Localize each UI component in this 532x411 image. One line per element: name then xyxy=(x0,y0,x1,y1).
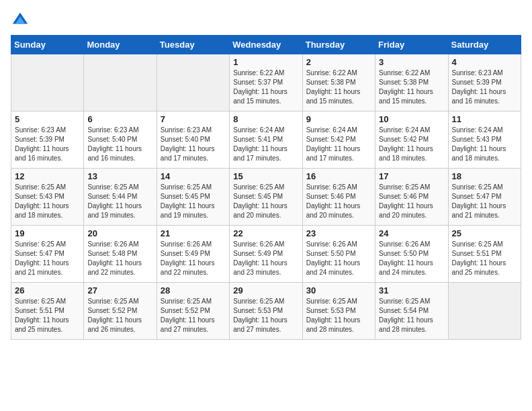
calendar-day-cell: 26Sunrise: 6:25 AM Sunset: 5:51 PM Dayli… xyxy=(11,283,84,340)
day-info: Sunrise: 6:25 AM Sunset: 5:46 PM Dayligh… xyxy=(306,183,371,220)
calendar-day-cell: 10Sunrise: 6:24 AM Sunset: 5:42 PM Dayli… xyxy=(375,111,448,169)
day-number: 21 xyxy=(161,228,226,238)
calendar-day-cell: 30Sunrise: 6:25 AM Sunset: 5:53 PM Dayli… xyxy=(302,283,375,340)
weekday-header-friday: Friday xyxy=(375,36,448,54)
day-number: 27 xyxy=(87,285,152,295)
calendar-week-row: 26Sunrise: 6:25 AM Sunset: 5:51 PM Dayli… xyxy=(11,283,521,340)
day-info: Sunrise: 6:25 AM Sunset: 5:43 PM Dayligh… xyxy=(15,183,80,220)
calendar-day-cell: 14Sunrise: 6:25 AM Sunset: 5:45 PM Dayli… xyxy=(157,169,229,226)
calendar-week-row: 19Sunrise: 6:25 AM Sunset: 5:47 PM Dayli… xyxy=(11,226,521,283)
day-number: 23 xyxy=(306,228,371,238)
calendar-day-cell: 31Sunrise: 6:25 AM Sunset: 5:54 PM Dayli… xyxy=(375,283,448,340)
day-info: Sunrise: 6:24 AM Sunset: 5:43 PM Dayligh… xyxy=(452,126,517,163)
weekday-header-monday: Monday xyxy=(84,36,157,54)
calendar-day-cell: 4Sunrise: 6:23 AM Sunset: 5:39 PM Daylig… xyxy=(448,54,521,111)
day-number: 13 xyxy=(87,171,152,181)
day-number: 7 xyxy=(161,114,226,124)
calendar-day-cell: 29Sunrise: 6:25 AM Sunset: 5:53 PM Dayli… xyxy=(230,283,302,340)
day-info: Sunrise: 6:23 AM Sunset: 5:40 PM Dayligh… xyxy=(87,126,152,163)
day-info: Sunrise: 6:26 AM Sunset: 5:50 PM Dayligh… xyxy=(379,240,444,277)
calendar-day-cell xyxy=(157,54,229,111)
day-number: 11 xyxy=(452,114,517,124)
weekday-header-wednesday: Wednesday xyxy=(230,36,302,54)
weekday-header-tuesday: Tuesday xyxy=(157,36,229,54)
weekday-header-sunday: Sunday xyxy=(11,36,84,54)
weekday-header-thursday: Thursday xyxy=(302,36,375,54)
calendar-day-cell: 16Sunrise: 6:25 AM Sunset: 5:46 PM Dayli… xyxy=(302,169,375,226)
calendar-day-cell: 25Sunrise: 6:25 AM Sunset: 5:51 PM Dayli… xyxy=(448,226,521,283)
page-header xyxy=(11,11,521,30)
calendar-day-cell: 6Sunrise: 6:23 AM Sunset: 5:40 PM Daylig… xyxy=(84,111,157,169)
calendar-day-cell: 27Sunrise: 6:25 AM Sunset: 5:52 PM Dayli… xyxy=(84,283,157,340)
calendar-day-cell: 1Sunrise: 6:22 AM Sunset: 5:37 PM Daylig… xyxy=(230,54,302,111)
day-number: 9 xyxy=(306,114,371,124)
day-number: 16 xyxy=(306,171,371,181)
calendar-day-cell: 5Sunrise: 6:23 AM Sunset: 5:39 PM Daylig… xyxy=(11,111,84,169)
day-number: 14 xyxy=(161,171,226,181)
day-number: 3 xyxy=(379,57,444,67)
calendar-day-cell: 19Sunrise: 6:25 AM Sunset: 5:47 PM Dayli… xyxy=(11,226,84,283)
calendar-day-cell xyxy=(11,54,84,111)
day-number: 24 xyxy=(379,228,444,238)
day-info: Sunrise: 6:23 AM Sunset: 5:40 PM Dayligh… xyxy=(161,126,226,163)
day-number: 8 xyxy=(233,114,298,124)
day-info: Sunrise: 6:25 AM Sunset: 5:45 PM Dayligh… xyxy=(233,183,298,220)
day-info: Sunrise: 6:23 AM Sunset: 5:39 PM Dayligh… xyxy=(452,68,517,106)
day-info: Sunrise: 6:26 AM Sunset: 5:50 PM Dayligh… xyxy=(306,240,371,277)
day-info: Sunrise: 6:22 AM Sunset: 5:38 PM Dayligh… xyxy=(379,68,444,106)
day-info: Sunrise: 6:23 AM Sunset: 5:39 PM Dayligh… xyxy=(15,126,80,163)
day-info: Sunrise: 6:22 AM Sunset: 5:37 PM Dayligh… xyxy=(233,68,298,106)
day-info: Sunrise: 6:25 AM Sunset: 5:47 PM Dayligh… xyxy=(15,240,80,277)
day-number: 17 xyxy=(379,171,444,181)
day-number: 10 xyxy=(379,114,444,124)
logo-icon xyxy=(11,11,30,30)
calendar-day-cell: 15Sunrise: 6:25 AM Sunset: 5:45 PM Dayli… xyxy=(230,169,302,226)
calendar-day-cell: 28Sunrise: 6:25 AM Sunset: 5:52 PM Dayli… xyxy=(157,283,229,340)
day-number: 19 xyxy=(15,228,80,238)
day-info: Sunrise: 6:26 AM Sunset: 5:49 PM Dayligh… xyxy=(161,240,226,277)
day-info: Sunrise: 6:25 AM Sunset: 5:46 PM Dayligh… xyxy=(379,183,444,220)
calendar-day-cell: 12Sunrise: 6:25 AM Sunset: 5:43 PM Dayli… xyxy=(11,169,84,226)
day-number: 29 xyxy=(233,285,298,295)
day-info: Sunrise: 6:26 AM Sunset: 5:49 PM Dayligh… xyxy=(233,240,298,277)
logo xyxy=(11,11,32,30)
calendar-week-row: 12Sunrise: 6:25 AM Sunset: 5:43 PM Dayli… xyxy=(11,169,521,226)
weekday-header-row: SundayMondayTuesdayWednesdayThursdayFrid… xyxy=(11,36,521,54)
day-info: Sunrise: 6:25 AM Sunset: 5:52 PM Dayligh… xyxy=(87,297,152,334)
day-info: Sunrise: 6:25 AM Sunset: 5:53 PM Dayligh… xyxy=(233,297,298,334)
calendar-day-cell: 23Sunrise: 6:26 AM Sunset: 5:50 PM Dayli… xyxy=(302,226,375,283)
calendar-day-cell: 22Sunrise: 6:26 AM Sunset: 5:49 PM Dayli… xyxy=(230,226,302,283)
day-info: Sunrise: 6:22 AM Sunset: 5:38 PM Dayligh… xyxy=(306,68,371,106)
calendar-day-cell: 2Sunrise: 6:22 AM Sunset: 5:38 PM Daylig… xyxy=(302,54,375,111)
day-number: 15 xyxy=(233,171,298,181)
day-info: Sunrise: 6:25 AM Sunset: 5:44 PM Dayligh… xyxy=(87,183,152,220)
day-info: Sunrise: 6:26 AM Sunset: 5:48 PM Dayligh… xyxy=(87,240,152,277)
day-number: 4 xyxy=(452,57,517,67)
day-info: Sunrise: 6:25 AM Sunset: 5:51 PM Dayligh… xyxy=(452,240,517,277)
weekday-header-saturday: Saturday xyxy=(448,36,521,54)
day-info: Sunrise: 6:25 AM Sunset: 5:52 PM Dayligh… xyxy=(161,297,226,334)
day-number: 12 xyxy=(15,171,80,181)
day-number: 26 xyxy=(15,285,80,295)
day-number: 25 xyxy=(452,228,517,238)
calendar-day-cell: 18Sunrise: 6:25 AM Sunset: 5:47 PM Dayli… xyxy=(448,169,521,226)
day-info: Sunrise: 6:24 AM Sunset: 5:42 PM Dayligh… xyxy=(306,126,371,163)
day-number: 20 xyxy=(87,228,152,238)
calendar-day-cell: 13Sunrise: 6:25 AM Sunset: 5:44 PM Dayli… xyxy=(84,169,157,226)
day-number: 28 xyxy=(161,285,226,295)
calendar-day-cell xyxy=(84,54,157,111)
calendar-day-cell: 21Sunrise: 6:26 AM Sunset: 5:49 PM Dayli… xyxy=(157,226,229,283)
day-number: 2 xyxy=(306,57,371,67)
calendar-day-cell: 7Sunrise: 6:23 AM Sunset: 5:40 PM Daylig… xyxy=(157,111,229,169)
day-info: Sunrise: 6:25 AM Sunset: 5:54 PM Dayligh… xyxy=(379,297,444,334)
day-info: Sunrise: 6:25 AM Sunset: 5:47 PM Dayligh… xyxy=(452,183,517,220)
day-number: 31 xyxy=(379,285,444,295)
day-number: 18 xyxy=(452,171,517,181)
calendar-table: SundayMondayTuesdayWednesdayThursdayFrid… xyxy=(11,35,521,340)
day-number: 6 xyxy=(87,114,152,124)
calendar-day-cell: 11Sunrise: 6:24 AM Sunset: 5:43 PM Dayli… xyxy=(448,111,521,169)
day-info: Sunrise: 6:24 AM Sunset: 5:42 PM Dayligh… xyxy=(379,126,444,163)
calendar-week-row: 5Sunrise: 6:23 AM Sunset: 5:39 PM Daylig… xyxy=(11,111,521,169)
calendar-week-row: 1Sunrise: 6:22 AM Sunset: 5:37 PM Daylig… xyxy=(11,54,521,111)
day-number: 5 xyxy=(15,114,80,124)
